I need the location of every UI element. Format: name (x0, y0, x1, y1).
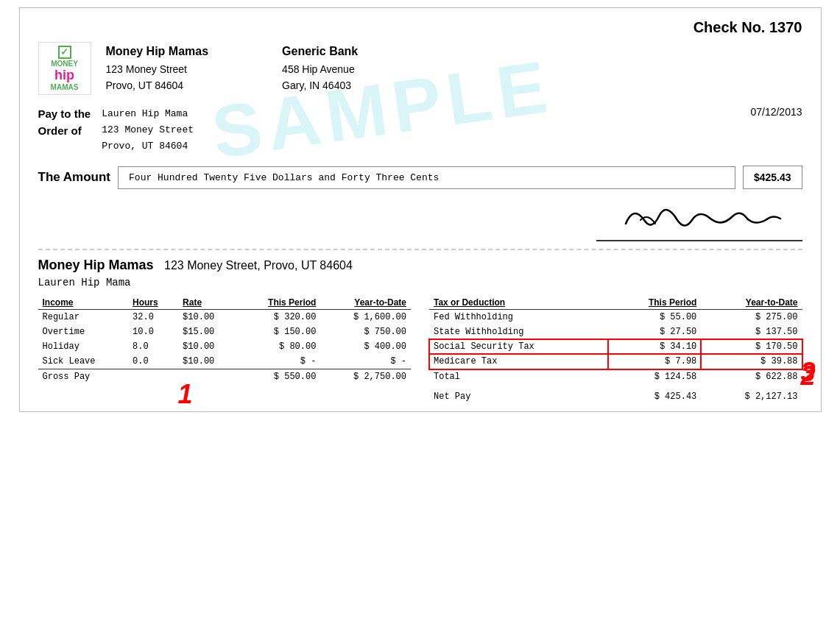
bank-address1: 458 Hip Avenue (282, 61, 358, 77)
logo-money-text: MONEY (51, 60, 78, 68)
payee-info: Lauren Hip Mama 123 Money Street Provo, … (102, 106, 194, 155)
income-table: Income Hours Rate This Period Year-to-Da… (38, 296, 412, 384)
check-divider (38, 249, 802, 250)
col-ytd: Year-to-Date (320, 296, 411, 310)
deduction-table-container: Tax or Deduction This Period Year-to-Dat… (429, 296, 802, 404)
stub-section: Money Hip Mamas 123 Money Street, Provo,… (38, 258, 802, 404)
social-security-row: Social Security Tax $ 34.10 $ 170.50 (429, 339, 802, 354)
payee-address1: 123 Money Street (102, 122, 194, 138)
company-address1: 123 Money Street (106, 61, 209, 77)
badge-3: 3 (800, 357, 815, 388)
company-logo: ✓ MONEY hip MAMAS (38, 42, 91, 95)
stub-address: 123 Money Street, Provo, UT 84604 (164, 259, 353, 272)
bank-info: Generic Bank 458 Hip Avenue Gary, IN 464… (282, 42, 358, 93)
bank-address2: Gary, IN 46403 (282, 77, 358, 93)
signature-image (596, 198, 802, 238)
income-table-container: Income Hours Rate This Period Year-to-Da… (38, 296, 412, 404)
col-hours: Hours (128, 296, 178, 310)
signature-section (38, 198, 802, 241)
check-date: 07/12/2013 (750, 106, 802, 118)
col-ytd-2: Year-to-Date (701, 296, 802, 310)
stub-company: Money Hip Mamas (38, 258, 154, 272)
company-address2: Provo, UT 84604 (106, 77, 209, 93)
payee-address2: Provo, UT 84604 (102, 138, 194, 155)
net-pay-row: Net Pay $ 425.43 $ 2,127.13 (429, 384, 802, 404)
stub-header: Money Hip Mamas 123 Money Street, Provo,… (38, 258, 802, 273)
total-row: Total $ 124.58 $ 622.88 (429, 369, 802, 385)
table-row: Holiday 8.0 $10.00 $ 80.00 $ 400.00 (38, 339, 412, 354)
table-row: Sick Leave 0.0 $10.00 $ - $ - (38, 354, 412, 369)
col-rate: Rate (178, 296, 238, 310)
pay-to-section: Pay to theOrder of Lauren Hip Mama 123 M… (38, 106, 802, 155)
logo-checkbox: ✓ (58, 46, 71, 59)
signature-area (596, 198, 802, 241)
amount-section: The Amount Four Hundred Twenty Five Doll… (38, 166, 802, 189)
gross-pay-row: Gross Pay $ 550.00 $ 2,750.00 (38, 369, 412, 385)
bank-name: Generic Bank (282, 42, 358, 61)
signature-svg (611, 198, 788, 238)
check-container: SAMPLE Check No. 1370 ✓ MONEY hip MAMAS … (19, 7, 822, 412)
amount-words-box: Four Hundred Twenty Five Dollars and For… (118, 166, 735, 189)
stub-employee: Lauren Hip Mama (38, 277, 802, 288)
signature-line (596, 240, 802, 241)
col-this-period: This Period (238, 296, 321, 310)
medicare-row: Medicare Tax $ 7.98 $ 39.88 (429, 354, 802, 369)
pay-to-label: Pay to theOrder of (38, 106, 91, 155)
col-income: Income (38, 296, 129, 310)
logo-hip-text: hip (54, 68, 74, 83)
logo-mamas-text: MAMAS (51, 83, 79, 91)
amount-dollars-box: $425.43 (743, 166, 802, 189)
table-row: Regular 32.0 $10.00 $ 320.00 $ 1,600.00 (38, 310, 412, 325)
payee-name: Lauren Hip Mama (102, 106, 194, 122)
check-number: Check No. 1370 (38, 19, 802, 36)
amount-label: The Amount (38, 170, 111, 185)
company-info: Money Hip Mamas 123 Money Street Provo, … (106, 42, 209, 93)
table-row: State Withholding $ 27.50 $ 137.50 (429, 325, 802, 339)
table-row: Fed Withholding $ 55.00 $ 275.00 (429, 310, 802, 325)
stub-tables: Income Hours Rate This Period Year-to-Da… (38, 296, 802, 404)
table-row: Overtime 10.0 $15.00 $ 150.00 $ 750.00 (38, 325, 412, 339)
col-tax-deduction: Tax or Deduction (429, 296, 608, 310)
company-name: Money Hip Mamas (106, 42, 209, 61)
badge-1: 1 (178, 379, 193, 410)
deduction-table: Tax or Deduction This Period Year-to-Dat… (429, 296, 802, 404)
check-header: ✓ MONEY hip MAMAS Money Hip Mamas 123 Mo… (38, 42, 802, 95)
col-this-period-2: This Period (608, 296, 701, 310)
